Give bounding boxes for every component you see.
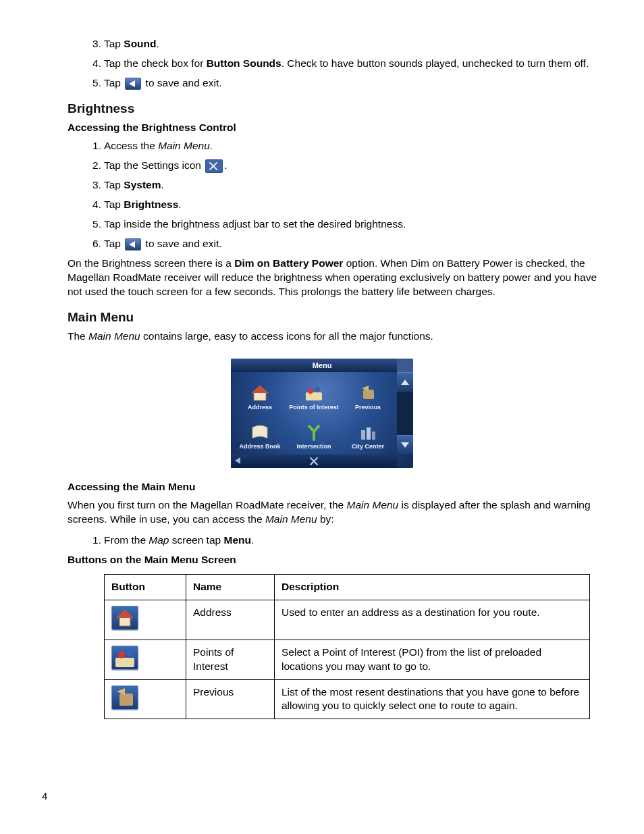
list-number: 4. xyxy=(88,198,101,212)
list-number: 2. xyxy=(88,159,101,173)
menu-status-icon xyxy=(397,359,413,372)
list-number: 4. xyxy=(88,57,101,71)
italic-text: Main Menu xyxy=(158,140,210,151)
menu-item-icon xyxy=(250,423,270,441)
menu-item-address-book[interactable]: Address Book xyxy=(234,414,286,452)
svg-marker-11 xyxy=(252,386,268,393)
buttons-table: Button Name Description AddressUsed to e… xyxy=(104,574,590,720)
menu-item-label: Address xyxy=(248,403,272,411)
bold-text: Sound xyxy=(124,38,156,49)
scroll-down-button[interactable] xyxy=(397,435,413,454)
table-row: Points of InterestSelect a Point of Inte… xyxy=(105,640,590,679)
sound-step-item: 4.Tap the check box for Button Sounds. C… xyxy=(88,57,603,71)
italic-text: Main Menu xyxy=(265,513,317,525)
menu-item-label: Intersection xyxy=(296,442,331,450)
cell-button-icon xyxy=(105,640,186,679)
menu-item-city-center[interactable]: City Center xyxy=(342,414,394,452)
page-number: 4 xyxy=(42,789,47,803)
brightness-step-item: 2.Tap the Settings icon . xyxy=(88,159,603,173)
italic-text: Main Menu xyxy=(88,330,140,342)
th-description: Description xyxy=(275,574,590,600)
svg-point-14 xyxy=(315,387,320,392)
menu-item-icon xyxy=(304,384,324,402)
poi-button-icon xyxy=(111,646,138,670)
table-row: AddressUsed to enter an address as a des… xyxy=(105,600,590,640)
bold-text: Brightness xyxy=(124,199,178,210)
main-menu-intro: The Main Menu contains large, easy to ac… xyxy=(41,330,603,344)
menu-item-intersection[interactable]: Intersection xyxy=(288,414,340,452)
bold-text: Menu xyxy=(223,534,250,546)
main-menu-screenshot: Menu AddressPoints of InterestPreviousAd… xyxy=(231,359,413,468)
brightness-step-item: 1.Access the Main Menu. xyxy=(88,139,603,153)
brightness-paragraph: On the Brightness screen there is a Dim … xyxy=(41,257,603,299)
menu-item-icon xyxy=(250,384,270,402)
brightness-step-item: 3.Tap System. xyxy=(88,178,603,192)
svg-point-24 xyxy=(126,650,133,656)
menu-back-icon[interactable] xyxy=(235,457,240,464)
svg-rect-19 xyxy=(372,432,375,440)
brightness-steps-list: 1.Access the Main Menu.2.Tap the Setting… xyxy=(41,139,603,251)
document-page: 3.Tap Sound.4.Tap the check box for Butt… xyxy=(0,0,644,834)
menu-item-points-of-interest[interactable]: Points of Interest xyxy=(288,375,340,413)
sound-steps-list: 3.Tap Sound.4.Tap the check box for Butt… xyxy=(41,37,603,90)
brightness-step-item: 6.Tap to save and exit. xyxy=(88,237,603,251)
list-number: 3. xyxy=(88,178,101,192)
svg-point-13 xyxy=(308,388,313,394)
sound-step-item: 3.Tap Sound. xyxy=(88,37,603,51)
list-number: 1. xyxy=(88,139,101,153)
mainmenu-access-step-item: 1.From the Map screen tap Menu. xyxy=(88,533,603,548)
scroll-track xyxy=(397,392,413,435)
italic-text: Main Menu xyxy=(347,499,399,511)
cell-description: List of the most resent destinations tha… xyxy=(275,679,590,719)
settings-icon xyxy=(205,159,223,173)
cell-name: Points of Interest xyxy=(186,640,275,679)
heading-brightness: Brightness xyxy=(41,100,603,118)
previous-button-icon xyxy=(111,685,138,710)
scroll-up-button[interactable] xyxy=(397,372,413,392)
subheading-buttons-main-menu: Buttons on the Main Menu Screen xyxy=(41,553,603,567)
brightness-step-item: 4.Tap Brightness. xyxy=(88,198,603,212)
back-icon xyxy=(125,78,141,90)
menu-item-label: City Center xyxy=(352,442,384,450)
table-row: PreviousList of the most resent destinat… xyxy=(105,679,590,719)
cell-button-icon xyxy=(105,679,186,719)
bold-text: Button Sounds xyxy=(207,57,281,69)
menu-item-icon xyxy=(304,423,324,441)
bold-text: System xyxy=(124,179,161,190)
menu-title: Menu xyxy=(313,361,332,369)
cell-name: Previous xyxy=(186,679,275,719)
svg-rect-22 xyxy=(115,658,134,667)
list-number: 1. xyxy=(88,533,101,548)
settings-tools-icon[interactable] xyxy=(308,456,319,467)
menu-bottom-bar xyxy=(231,454,397,468)
subheading-brightness-control: Accessing the Brightness Control xyxy=(41,121,603,135)
svg-marker-21 xyxy=(117,610,133,618)
th-name: Name xyxy=(186,574,275,600)
svg-rect-12 xyxy=(306,392,322,400)
menu-grid: AddressPoints of InterestPreviousAddress… xyxy=(234,375,394,452)
th-button: Button xyxy=(105,574,186,600)
list-number: 3. xyxy=(88,37,101,51)
main-menu-screenshot-wrap: Menu AddressPoints of InterestPreviousAd… xyxy=(41,359,603,468)
triangle-down-icon xyxy=(401,442,409,448)
svg-point-23 xyxy=(118,652,125,658)
svg-rect-15 xyxy=(363,390,374,399)
menu-item-address[interactable]: Address xyxy=(234,375,286,413)
cell-button-icon xyxy=(105,600,186,640)
cell-name: Address xyxy=(186,600,275,640)
menu-item-icon xyxy=(358,423,378,441)
bold-text: Dim on Battery Power xyxy=(234,257,343,269)
main-menu-access-paragraph: When you first turn on the Magellan Road… xyxy=(41,498,603,527)
list-number: 5. xyxy=(88,217,101,232)
cell-description: Used to enter an address as a destinatio… xyxy=(275,600,590,640)
menu-item-label: Previous xyxy=(355,403,381,411)
address-button-icon xyxy=(111,606,138,630)
menu-item-previous[interactable]: Previous xyxy=(342,375,394,413)
menu-item-label: Points of Interest xyxy=(289,403,339,411)
subheading-accessing-main-menu: Accessing the Main Menu xyxy=(41,480,603,494)
back-icon xyxy=(125,238,141,251)
menu-titlebar: Menu xyxy=(231,359,413,372)
menu-scrollbar xyxy=(397,372,413,454)
cell-description: Select a Point of Interest (POI) from th… xyxy=(275,640,590,679)
list-number: 6. xyxy=(88,237,101,251)
